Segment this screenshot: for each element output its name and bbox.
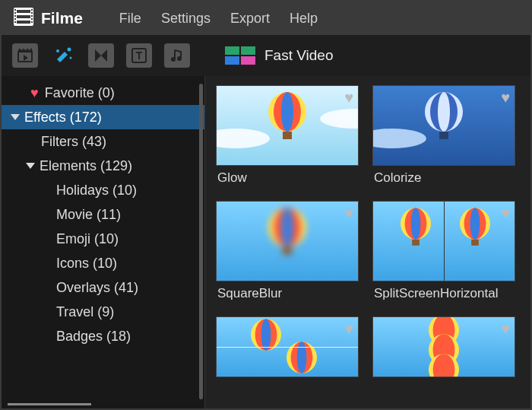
svg-rect-10 <box>31 18 33 20</box>
chevron-down-icon <box>11 114 20 120</box>
svg-rect-32 <box>412 240 420 246</box>
sidebar-item-badges[interactable]: Badges (18) <box>2 324 204 348</box>
menu-export[interactable]: Export <box>230 11 270 27</box>
fast-video-label: Fast Video <box>264 47 333 64</box>
menu-file[interactable]: File <box>119 11 141 27</box>
svg-rect-2 <box>14 9 16 11</box>
svg-point-16 <box>56 49 59 52</box>
svg-point-23 <box>171 57 176 62</box>
balloon-thumb <box>264 208 310 262</box>
gallery-caption: Glow <box>216 166 359 196</box>
sidebar-label-elements: Elements (129) <box>40 158 132 174</box>
fast-video-icon <box>225 46 255 65</box>
svg-rect-3 <box>14 12 16 14</box>
balloon-thumb <box>421 92 467 147</box>
gallery-item-partial-1[interactable]: ♥ <box>216 316 359 377</box>
menu-help[interactable]: Help <box>290 11 318 27</box>
svg-rect-34 <box>471 240 479 246</box>
sidebar-label-effects: Effects (172) <box>24 110 102 126</box>
gallery-caption: SquareBlur <box>216 281 359 312</box>
gallery-caption: Colorize <box>372 166 515 196</box>
heart-icon: ♥ <box>30 85 39 101</box>
svg-marker-15 <box>24 55 28 61</box>
svg-rect-7 <box>31 9 33 11</box>
balloon-thumb <box>397 208 434 252</box>
svg-rect-8 <box>31 12 33 14</box>
svg-rect-9 <box>31 15 33 17</box>
sidebar-item-icons[interactable]: Icons (10) <box>2 251 204 275</box>
svg-text:T: T <box>136 49 143 62</box>
svg-point-24 <box>177 56 182 61</box>
tool-transitions[interactable] <box>88 43 114 68</box>
svg-rect-13 <box>17 15 30 18</box>
svg-marker-20 <box>101 49 107 62</box>
favorite-heart-icon[interactable]: ♥ <box>501 89 510 106</box>
favorite-heart-icon[interactable]: ♥ <box>501 205 510 222</box>
svg-rect-11 <box>31 21 33 23</box>
svg-rect-26 <box>283 132 292 139</box>
sidebar-item-holidays[interactable]: Holidays (10) <box>2 178 204 202</box>
gallery-item-partial-2[interactable]: ♥ <box>372 316 515 377</box>
sidebar-label-filters: Filters (43) <box>41 134 106 150</box>
gallery-item-colorize[interactable]: ♥ Colorize <box>372 85 515 196</box>
sidebar-label-badges: Badges (18) <box>56 329 131 345</box>
svg-marker-19 <box>95 49 101 62</box>
effects-gallery: ♥ Glow ♥ Colorize <box>205 76 530 408</box>
sidebar-item-filters[interactable]: Filters (43) <box>2 129 204 154</box>
favorite-heart-icon[interactable]: ♥ <box>501 320 510 338</box>
sidebar: ♥ Favorite (0) Effects (172) Filters (43… <box>2 76 205 408</box>
content: ♥ Favorite (0) Effects (172) Filters (43… <box>2 76 530 408</box>
balloon-thumb <box>426 354 462 377</box>
favorite-heart-icon[interactable]: ♥ <box>344 320 353 338</box>
sidebar-label-favorite: Favorite (0) <box>45 85 115 101</box>
sidebar-item-overlays[interactable]: Overlays (41) <box>2 275 204 300</box>
filmstrip-icon <box>14 8 33 30</box>
sidebar-label-movie: Movie (11) <box>56 207 121 223</box>
svg-point-18 <box>70 57 72 59</box>
sidebar-label-overlays: Overlays (41) <box>56 280 138 296</box>
menu-settings[interactable]: Settings <box>161 11 211 27</box>
sidebar-label-holidays: Holidays (10) <box>56 183 137 199</box>
tool-text[interactable]: T <box>126 43 152 68</box>
menubar: Filme File Settings Export Help <box>2 2 530 35</box>
sidebar-item-favorite[interactable]: ♥ Favorite (0) <box>2 81 204 105</box>
svg-rect-4 <box>14 15 16 17</box>
sidebar-label-icons: Icons (10) <box>56 256 117 272</box>
tool-effects[interactable] <box>50 43 76 68</box>
balloon-thumb <box>248 319 284 363</box>
sidebar-item-movie[interactable]: Movie (11) <box>2 202 204 227</box>
svg-rect-30 <box>283 247 292 255</box>
svg-rect-5 <box>14 18 16 20</box>
gallery-item-splitscreen[interactable]: ♥ SplitScreenHorizontal <box>372 201 515 312</box>
sidebar-item-emoji[interactable]: Emoji (10) <box>2 227 204 251</box>
sidebar-divider <box>8 403 91 405</box>
app-name: Filme <box>41 9 83 27</box>
fast-video-button[interactable]: Fast Video <box>225 46 333 65</box>
svg-rect-6 <box>14 21 16 23</box>
gallery-item-squareblur[interactable]: ♥ SquareBlur <box>216 201 359 312</box>
sidebar-item-effects[interactable]: Effects (172) <box>2 105 204 129</box>
tool-audio[interactable] <box>164 43 190 68</box>
balloon-thumb <box>457 208 493 252</box>
chevron-down-icon <box>26 163 35 169</box>
svg-rect-28 <box>439 132 448 139</box>
svg-point-17 <box>68 48 71 52</box>
sidebar-label-emoji: Emoji (10) <box>56 231 119 247</box>
sidebar-label-travel: Travel (9) <box>56 304 114 320</box>
app-logo: Filme <box>14 8 83 30</box>
sidebar-item-travel[interactable]: Travel (9) <box>2 300 204 324</box>
gallery-item-glow[interactable]: ♥ Glow <box>216 85 359 196</box>
favorite-heart-icon[interactable]: ♥ <box>344 89 353 106</box>
favorite-heart-icon[interactable]: ♥ <box>344 205 353 222</box>
toolbar: T Fast Video <box>2 35 530 76</box>
balloon-thumb <box>264 92 310 147</box>
gallery-caption: SplitScreenHorizontal <box>372 281 515 312</box>
sidebar-item-elements[interactable]: Elements (129) <box>2 154 204 178</box>
tool-media[interactable] <box>12 43 38 68</box>
